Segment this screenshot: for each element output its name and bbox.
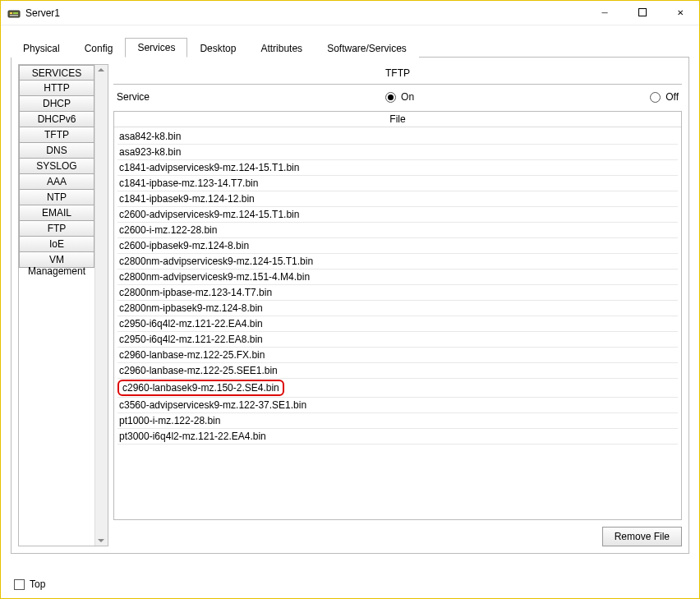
sidebar-item-dhcp[interactable]: DHCP <box>19 96 94 112</box>
file-item[interactable]: asa923-k8.bin <box>117 145 678 160</box>
title-bar: Server1 ─ ✕ <box>1 1 699 25</box>
file-item[interactable]: c2600-advipservicesk9-mz.124-15.T1.bin <box>117 207 678 223</box>
sidebar-item-ftp[interactable]: FTP <box>19 221 94 237</box>
remove-file-button[interactable]: Remove File <box>602 527 682 546</box>
minimize-icon: ─ <box>601 8 607 17</box>
radio-on-label: On <box>401 91 414 103</box>
sidebar: SERVICESHTTPDHCPDHCPv6TFTPDNSSYSLOGAAANT… <box>18 64 108 546</box>
close-button[interactable]: ✕ <box>661 1 699 25</box>
bottom-bar: Top <box>14 578 45 590</box>
svg-rect-2 <box>13 12 18 14</box>
tab-config[interactable]: Config <box>72 39 126 58</box>
sidebar-item-dns[interactable]: DNS <box>19 143 94 159</box>
file-item[interactable]: c2600-ipbasek9-mz.124-8.bin <box>117 238 678 254</box>
sidebar-item-services[interactable]: SERVICES <box>19 65 94 81</box>
tab-physical[interactable]: Physical <box>11 39 72 58</box>
file-item[interactable]: c2800nm-ipbasek9-mz.124-8.bin <box>117 301 678 316</box>
tab-software-services[interactable]: Software/Services <box>315 39 419 58</box>
file-item[interactable]: c2960-lanbasek9-mz.150-2.SE4.bin <box>117 380 284 396</box>
file-item[interactable]: c1841-advipservicesk9-mz.124-15.T1.bin <box>117 160 678 176</box>
file-item[interactable]: pt1000-i-mz.122-28.bin <box>117 413 678 429</box>
minimize-button[interactable]: ─ <box>586 1 624 25</box>
file-item[interactable]: c2960-lanbase-mz.122-25.SEE1.bin <box>117 363 678 379</box>
radio-on-dot <box>385 92 396 103</box>
sidebar-item-syslog[interactable]: SYSLOG <box>19 159 94 174</box>
sidebar-item-vm-management[interactable]: VM Management <box>19 252 94 268</box>
file-item[interactable]: c1841-ipbase-mz.123-14.T7.bin <box>117 176 678 191</box>
sidebar-item-tftp[interactable]: TFTP <box>19 127 94 143</box>
svg-rect-1 <box>10 12 12 14</box>
tab-attributes[interactable]: Attributes <box>248 39 315 58</box>
main-panel: TFTP Service On Off File asa842-k8.binas… <box>113 64 682 546</box>
service-label: Service <box>117 91 150 103</box>
file-item[interactable]: c2800nm-ipbase-mz.123-14.T7.bin <box>117 285 678 301</box>
file-item[interactable]: c2950-i6q4l2-mz.121-22.EA4.bin <box>117 316 678 332</box>
file-box: File asa842-k8.binasa923-k8.binc1841-adv… <box>113 111 682 520</box>
file-item[interactable]: c2800nm-advipservicesk9-mz.151-4.M4.bin <box>117 270 678 285</box>
svg-rect-4 <box>639 8 647 16</box>
file-item[interactable]: c2800nm-advipservicesk9-mz.124-15.T1.bin <box>117 254 678 270</box>
top-checkbox-label: Top <box>30 578 45 590</box>
file-item[interactable]: asa842-k8.bin <box>117 129 678 145</box>
radio-on[interactable]: On <box>385 91 414 103</box>
sidebar-item-aaa[interactable]: AAA <box>19 174 94 190</box>
top-checkbox[interactable] <box>14 579 25 590</box>
svg-rect-3 <box>10 15 18 16</box>
tab-services[interactable]: Services <box>125 38 187 58</box>
sidebar-item-ntp[interactable]: NTP <box>19 190 94 205</box>
sidebar-item-email[interactable]: EMAIL <box>19 205 94 221</box>
radio-off-dot <box>650 92 661 103</box>
service-row: Service On Off <box>113 91 682 111</box>
tab-bar: PhysicalConfigServicesDesktopAttributesS… <box>1 25 699 57</box>
file-item[interactable]: c3560-advipservicesk9-mz.122-37.SE1.bin <box>117 398 678 413</box>
file-item[interactable]: pt3000-i6q4l2-mz.121-22.EA4.bin <box>117 429 678 445</box>
maximize-icon <box>638 8 647 18</box>
sidebar-item-dhcpv6[interactable]: DHCPv6 <box>19 112 94 127</box>
section-title: TFTP <box>113 64 682 84</box>
radio-off[interactable]: Off <box>650 91 679 103</box>
file-item[interactable]: c2600-i-mz.122-28.bin <box>117 223 678 238</box>
close-icon: ✕ <box>677 8 684 17</box>
sidebar-item-http[interactable]: HTTP <box>19 81 94 96</box>
file-list[interactable]: asa842-k8.binasa923-k8.binc1841-advipser… <box>114 127 681 446</box>
file-item[interactable]: c2950-i6q4l2-mz.121-22.EA8.bin <box>117 332 678 348</box>
content-panel: SERVICESHTTPDHCPDHCPv6TFTPDNSSYSLOGAAANT… <box>11 58 689 554</box>
window-title: Server1 <box>25 7 60 19</box>
sidebar-item-ioe[interactable]: IoE <box>19 237 94 252</box>
file-item[interactable]: c2960-lanbase-mz.122-25.FX.bin <box>117 348 678 363</box>
file-item[interactable]: c1841-ipbasek9-mz.124-12.bin <box>117 191 678 207</box>
app-icon <box>7 7 21 20</box>
tab-desktop[interactable]: Desktop <box>187 39 248 58</box>
file-header: File <box>114 112 681 127</box>
maximize-button[interactable] <box>624 1 661 25</box>
radio-off-label: Off <box>665 91 679 103</box>
sidebar-scrollbar[interactable] <box>94 65 108 546</box>
